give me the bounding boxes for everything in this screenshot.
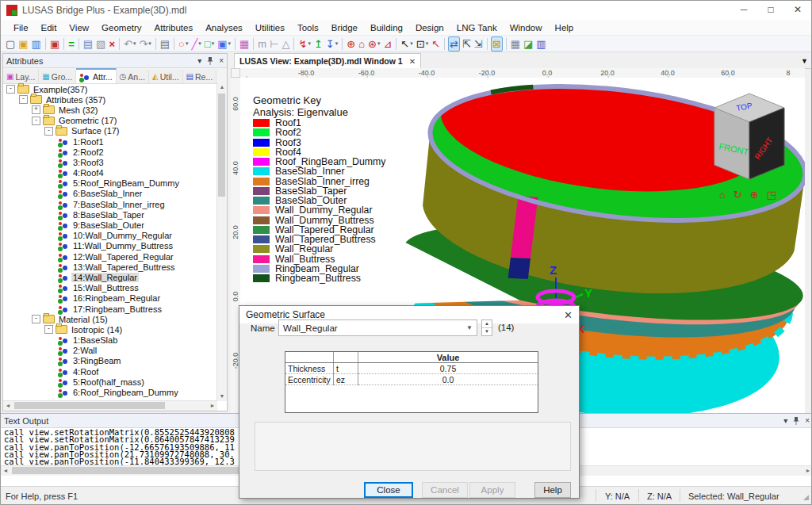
scroll-down-arrow[interactable]: ▼ bbox=[217, 392, 227, 401]
name-spinner[interactable]: ▲ ▼ bbox=[481, 319, 492, 336]
print-icon[interactable]: ▤ bbox=[159, 37, 170, 51]
scroll-left-arrow[interactable]: ◄ bbox=[1, 466, 10, 476]
loading-icon[interactable]: △ bbox=[281, 37, 290, 51]
collapse-icon[interactable]: - bbox=[32, 315, 40, 323]
dropdown-arrow-icon[interactable]: ▾ bbox=[377, 40, 381, 47]
pick-cursor-icon[interactable]: ⇲ bbox=[473, 37, 484, 51]
dropdown-arrow-icon[interactable]: ▾ bbox=[410, 40, 413, 47]
close-button[interactable]: ✕ bbox=[784, 1, 811, 20]
tree-item[interactable]: 16:Ringbeam_Regular bbox=[3, 293, 217, 304]
redo-icon[interactable]: ↷▾ bbox=[138, 37, 151, 51]
box-select-icon[interactable]: ⊡▾ bbox=[416, 37, 429, 51]
undo-icon[interactable]: ↶▾ bbox=[123, 37, 136, 51]
value-cell[interactable]: 0.75 bbox=[358, 363, 538, 374]
draw-point-icon[interactable]: ○▾ bbox=[178, 37, 189, 51]
chevron-down-icon[interactable]: ▼ bbox=[466, 324, 473, 331]
tree-item[interactable]: 12:Wall_Tapered_Regular bbox=[3, 251, 217, 262]
select-cursor-icon[interactable]: ↖▾ bbox=[400, 37, 413, 51]
panel-tab-attr[interactable]: Attr... bbox=[76, 68, 117, 83]
value-cell[interactable]: 0.0 bbox=[358, 374, 538, 385]
insert-image-icon[interactable]: ▦ bbox=[239, 37, 250, 51]
support-icon[interactable]: ⊢ bbox=[269, 37, 279, 51]
cube-rotate-icon[interactable]: ↻ bbox=[733, 189, 742, 201]
report-view-icon[interactable]: ▥ bbox=[535, 37, 546, 51]
spinner-down-icon[interactable]: ▼ bbox=[482, 327, 492, 335]
support-up-icon[interactable]: ↥ bbox=[313, 37, 324, 51]
dropdown-arrow-icon[interactable]: ▾ bbox=[335, 40, 339, 47]
panel-tab-util[interactable]: ◭Util... bbox=[149, 70, 183, 83]
panel-tab-lay[interactable]: ▣Lay... bbox=[3, 70, 39, 83]
scroll-right-arrow[interactable]: ► bbox=[208, 401, 217, 411]
cube-pan-icon[interactable]: ⊕ bbox=[750, 189, 759, 201]
collapse-icon[interactable]: - bbox=[32, 117, 40, 125]
wall-tapered-buttress[interactable] bbox=[508, 256, 530, 281]
menu-view[interactable]: View bbox=[63, 23, 95, 33]
open-file-icon[interactable]: ▣ bbox=[17, 37, 29, 51]
scroll-right-arrow[interactable]: ► bbox=[803, 466, 812, 476]
scroll-left-arrow[interactable]: ◄ bbox=[3, 401, 13, 411]
tree-item[interactable]: 15:Wall_Buttress bbox=[3, 283, 217, 293]
tree-item[interactable]: 13:Wall_Tapered_Buttress bbox=[3, 262, 217, 272]
table-row[interactable]: Thicknesst0.75 bbox=[285, 363, 538, 374]
menu-window[interactable]: Window bbox=[504, 23, 549, 33]
tree-item[interactable]: 5:Roof_RingBeam_Dummy bbox=[3, 178, 217, 189]
tree-item[interactable]: 3:Roof3 bbox=[3, 157, 217, 167]
menu-lng-tank[interactable]: LNG Tank bbox=[450, 23, 504, 33]
load-down-icon[interactable]: ↧▾ bbox=[325, 37, 339, 51]
mesh-icon[interactable]: m bbox=[257, 37, 267, 51]
pin-icon[interactable] bbox=[207, 57, 213, 65]
zoom-home-icon[interactable]: ⌂ bbox=[358, 37, 366, 51]
minimize-button[interactable]: ─ bbox=[730, 1, 757, 20]
tree-item[interactable]: 14:Wall_Regular bbox=[3, 272, 217, 282]
tree-item[interactable]: 3:RingBeam bbox=[3, 356, 217, 366]
tree-item[interactable]: 9:BaseSlab_Outer bbox=[3, 220, 217, 230]
dialog-close-icon[interactable]: ✕ bbox=[564, 309, 573, 321]
copy-icon[interactable]: ▤ bbox=[82, 37, 94, 51]
menu-help[interactable]: Help bbox=[549, 23, 580, 33]
chart-view-icon[interactable]: ◪ bbox=[523, 37, 534, 51]
cancel-button[interactable]: Cancel bbox=[422, 482, 468, 498]
panel-menu-icon[interactable]: ▾ bbox=[197, 56, 201, 65]
tree-item[interactable]: 7:BaseSlab_Inner_irreg bbox=[3, 199, 217, 209]
save-file-icon[interactable]: ▥ bbox=[31, 37, 42, 51]
apply-button[interactable]: Apply bbox=[469, 482, 515, 498]
tree-horizontal-scrollbar[interactable]: ◄ ► bbox=[3, 400, 217, 411]
spinner-up-icon[interactable]: ▲ bbox=[482, 320, 492, 327]
tree-item[interactable]: 17:Ringbeam_Buttress bbox=[3, 304, 217, 314]
menu-analyses[interactable]: Analyses bbox=[199, 23, 249, 33]
tree-item[interactable]: 4:Roof bbox=[3, 366, 217, 377]
panel-tab-gro[interactable]: ▦Gro... bbox=[39, 70, 76, 83]
dynamic-zoom-icon[interactable]: ⊿ bbox=[382, 37, 393, 51]
tree-item[interactable]: 1:Roof1 bbox=[3, 136, 217, 147]
tree-item[interactable]: -Example(357) bbox=[3, 84, 217, 94]
table-row[interactable]: Eccentricityez0.0 bbox=[285, 374, 538, 385]
query-cursor-icon[interactable]: ⇱ bbox=[462, 37, 472, 51]
dropdown-arrow-icon[interactable]: ▾ bbox=[148, 40, 151, 47]
draw-line-icon[interactable]: ╱▾ bbox=[190, 37, 201, 51]
menu-tools[interactable]: Tools bbox=[291, 23, 325, 33]
tree-item[interactable]: -Geometric (17) bbox=[3, 116, 217, 126]
menu-attributes[interactable]: Attributes bbox=[148, 23, 200, 33]
panel-close-icon[interactable]: × bbox=[805, 416, 810, 425]
tree-vertical-scrollbar[interactable]: ▲ ▼ bbox=[216, 82, 227, 401]
tree-item[interactable]: 8:BaseSlab_Taper bbox=[3, 209, 217, 220]
view-list-dropdown-icon[interactable]: ▼ bbox=[801, 57, 808, 65]
tree-item[interactable]: 2:Wall bbox=[3, 346, 217, 356]
tree-item[interactable]: -Material (15) bbox=[3, 314, 217, 324]
tree-item[interactable]: 11:Wall_Dummy_Buttress bbox=[3, 241, 217, 251]
draw-volume-icon[interactable]: ▣▾ bbox=[216, 37, 232, 51]
lock-icon[interactable]: ⊠ bbox=[491, 36, 503, 52]
resize-grip[interactable]: ◢ bbox=[803, 493, 811, 501]
dialog-property-table[interactable]: ValueThicknesst0.75Eccentricityez0.0 bbox=[285, 351, 538, 413]
new-file-icon[interactable]: ▢ bbox=[5, 37, 16, 51]
tree-item[interactable]: -Isotropic (14) bbox=[3, 324, 217, 335]
tree-item[interactable]: 6:Roof_Ringbeam_Dummy bbox=[3, 387, 217, 397]
grid-view-icon[interactable]: ▦ bbox=[510, 37, 521, 51]
dropdown-arrow-icon[interactable]: ▾ bbox=[228, 40, 232, 47]
view-tab[interactable]: LUSAS View: Example(3D).mdl Window 1 ✕ bbox=[234, 53, 421, 68]
scroll-thumb[interactable] bbox=[218, 94, 225, 197]
panel-close-icon[interactable]: × bbox=[219, 56, 224, 65]
menu-building[interactable]: Building bbox=[364, 23, 409, 33]
dropdown-arrow-icon[interactable]: ▾ bbox=[212, 40, 215, 47]
expand-icon[interactable]: + bbox=[32, 105, 40, 114]
